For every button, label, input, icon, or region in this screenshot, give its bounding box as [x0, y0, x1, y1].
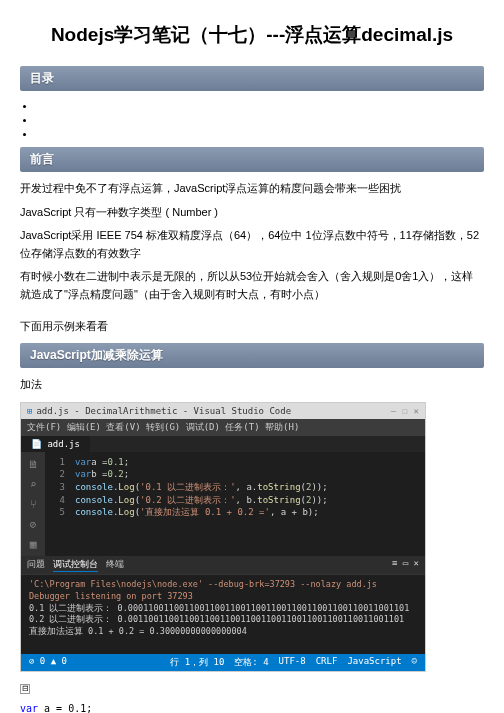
search-icon[interactable]: ⌕: [27, 478, 39, 490]
tab-terminal[interactable]: 终端: [106, 558, 124, 572]
tab-bar: 📄 add.js: [21, 436, 425, 452]
subheading-add: 加法: [20, 376, 484, 394]
vscode-icon: ⊞: [27, 406, 32, 416]
status-spaces[interactable]: 空格: 4: [234, 656, 268, 669]
status-feedback-icon[interactable]: ☺: [412, 656, 417, 669]
section-preface: 前言: [20, 147, 484, 172]
list-item: [36, 127, 484, 139]
tab-debug-console[interactable]: 调试控制台: [53, 558, 98, 572]
scm-icon[interactable]: ⑂: [27, 498, 39, 510]
panel-tabs: 问题 调试控制台 终端 ≡ ▭ ✕: [21, 556, 425, 574]
close-icon[interactable]: ✕: [414, 406, 419, 416]
code-area[interactable]: 1var a = 0.1; 2var b = 0.2; 3console.Log…: [45, 452, 425, 556]
status-eol[interactable]: CRLF: [316, 656, 338, 669]
collapse-icon[interactable]: ⊟: [20, 684, 30, 694]
debug-icon[interactable]: ⊘: [27, 518, 39, 530]
list-item: [36, 99, 484, 111]
list-item: [36, 113, 484, 125]
window-title: add.js - DecimalArithmetic - Visual Stud…: [36, 406, 291, 416]
status-ln[interactable]: 行 1，列 10: [170, 656, 224, 669]
panel-close-icon[interactable]: ≡ ▭ ✕: [392, 558, 419, 572]
paragraph: 有时候小数在二进制中表示是无限的，所以从53位开始就会舍入（舍入规则是0舍1入）…: [20, 268, 484, 303]
status-bar: ⊘ 0 ▲ 0 行 1，列 10 空格: 4 UTF-8 CRLF JavaSc…: [21, 654, 425, 671]
window-titlebar: ⊞ add.js - DecimalArithmetic - Visual St…: [21, 403, 425, 419]
section-toc: 目录: [20, 66, 484, 91]
activity-bar: 🗎 ⌕ ⑂ ⊘ ▦: [21, 452, 45, 556]
paragraph: 开发过程中免不了有浮点运算，JavaScript浮点运算的精度问题会带来一些困扰: [20, 180, 484, 198]
minimize-icon[interactable]: —: [391, 406, 396, 416]
page-title: Nodejs学习笔记（十七）---浮点运算decimal.js: [0, 22, 504, 48]
vscode-editor: ⊞ add.js - DecimalArithmetic - Visual St…: [20, 402, 426, 672]
debug-console: 'C:\Program Files\nodejs\node.exe' --deb…: [21, 574, 425, 654]
maximize-icon[interactable]: ☐: [402, 406, 407, 416]
editor-tab[interactable]: 📄 add.js: [21, 436, 91, 452]
code-snippet: var a = 0.1; var b = 0.2; console.log('0…: [20, 702, 484, 713]
ext-icon[interactable]: ▦: [27, 538, 39, 550]
section-jsop: JavaScript加减乘除运算: [20, 343, 484, 368]
menu-bar[interactable]: 文件(F) 编辑(E) 查看(V) 转到(G) 调试(D) 任务(T) 帮助(H…: [21, 419, 425, 436]
paragraph: JavaScript 只有一种数字类型 ( Number ): [20, 204, 484, 222]
paragraph: 下面用示例来看看: [20, 318, 484, 336]
files-icon[interactable]: 🗎: [27, 458, 39, 470]
tab-problems[interactable]: 问题: [27, 558, 45, 572]
status-errors[interactable]: ⊘ 0 ▲ 0: [29, 656, 67, 669]
status-lang[interactable]: JavaScript: [347, 656, 401, 669]
toc-list: [36, 99, 484, 139]
status-enc[interactable]: UTF-8: [279, 656, 306, 669]
paragraph: JavaScript采用 IEEE 754 标准双精度浮点（64），64位中 1…: [20, 227, 484, 262]
